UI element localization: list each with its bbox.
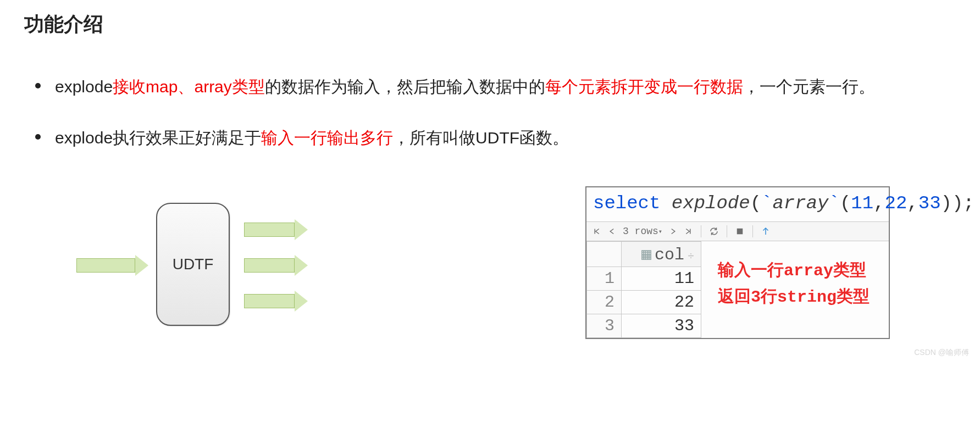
udtf-box: UDTF: [156, 203, 230, 326]
first-page-icon[interactable]: [592, 226, 602, 236]
text: explode执行效果正好满足于: [55, 129, 261, 147]
refresh-icon[interactable]: [709, 226, 719, 236]
sort-icon[interactable]: ÷: [688, 250, 694, 263]
arrow-out-icon: [244, 291, 308, 312]
udtf-diagram: UDTF: [52, 186, 359, 329]
result-toolbar: 3 rows ▾: [586, 222, 889, 241]
annotation-line: 返回3行string类型: [718, 284, 870, 310]
bullet-list: explode接收map、array类型的数据作为输入，然后把输入数据中的每个元…: [24, 71, 956, 153]
column-header[interactable]: ▦col÷: [622, 242, 701, 267]
section-title: 功能介绍: [24, 11, 956, 38]
cell-value: 22: [622, 291, 701, 314]
panel-toggle-icon[interactable]: [761, 226, 771, 236]
row-index: 2: [587, 291, 622, 314]
table-row: 1 11: [587, 267, 701, 291]
arrow-out-icon: [244, 255, 308, 276]
last-page-icon[interactable]: [683, 226, 693, 236]
row-index: 1: [587, 267, 622, 291]
watermark: CSDN @喻师傅: [914, 348, 969, 358]
text: 的数据作为输入，然后把输入数据中的: [265, 77, 545, 96]
text-red: 接收map、array类型: [113, 77, 265, 96]
table-row: 3 33: [587, 314, 701, 338]
next-page-icon[interactable]: [668, 226, 678, 236]
stop-icon[interactable]: [735, 226, 745, 236]
rows-dropdown[interactable]: 3 rows ▾: [623, 226, 662, 237]
svg-rect-0: [738, 229, 743, 234]
bullet-item-1: explode接收map、array类型的数据作为输入，然后把输入数据中的每个元…: [35, 71, 956, 102]
column-icon: ▦: [641, 246, 651, 264]
annotation-line: 输入一行array类型: [718, 258, 870, 284]
text: explode: [55, 77, 113, 96]
text: ，一个元素一行。: [743, 77, 875, 96]
result-panel: select explode(`array`(11,22,33)); 3 row…: [585, 186, 890, 339]
table-row: 2 22: [587, 291, 701, 314]
kw-select: select: [593, 193, 660, 214]
text-red: 输入一行输出多行: [261, 129, 393, 147]
arrow-out-icon: [244, 219, 308, 240]
cell-value: 11: [622, 267, 701, 291]
cell-value: 33: [622, 314, 701, 338]
kw-func: explode: [672, 193, 750, 214]
text: ，所有叫做UDTF函数。: [393, 129, 569, 147]
prev-page-icon[interactable]: [607, 226, 617, 236]
annotation: 输入一行array类型 返回3行string类型: [701, 241, 878, 310]
corner-cell: [587, 242, 622, 267]
arrow-in-icon: [76, 255, 148, 276]
bullet-item-2: explode执行效果正好满足于输入一行输出多行，所有叫做UDTF函数。: [35, 122, 956, 153]
row-index: 3: [587, 314, 622, 338]
text-red: 每个元素拆开变成一行数据: [545, 77, 743, 96]
result-table: ▦col÷ 1 11 2 22 3 33: [586, 241, 701, 338]
sql-code: select explode(`array`(11,22,33));: [586, 187, 889, 222]
